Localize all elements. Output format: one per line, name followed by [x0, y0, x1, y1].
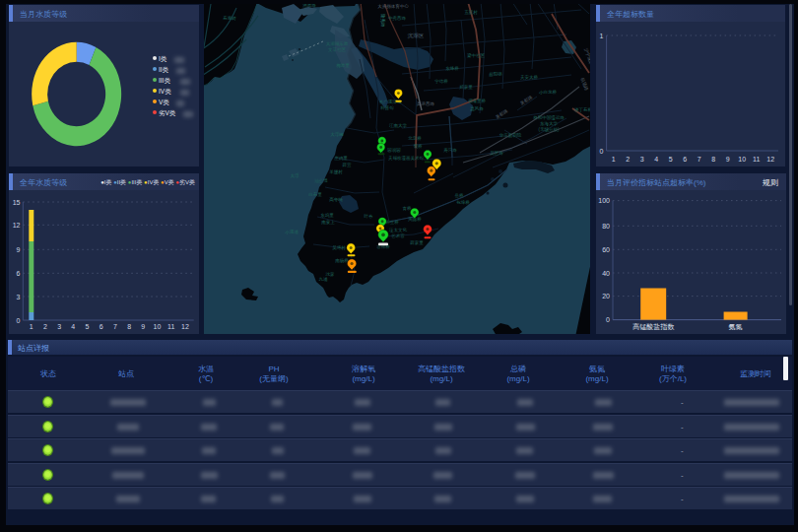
svg-text:100: 100	[598, 197, 610, 204]
svg-text:11: 11	[167, 323, 174, 330]
svg-text:6: 6	[17, 270, 21, 277]
svg-text:养生桥: 养生桥	[385, 220, 399, 225]
svg-text:文華社区: 文華社区	[328, 46, 347, 52]
svg-text:5: 5	[86, 323, 90, 330]
svg-text:12: 12	[13, 222, 21, 229]
svg-text:9: 9	[17, 246, 21, 253]
svg-text:艺术宫: 艺术宫	[391, 233, 405, 238]
svg-text:2: 2	[626, 156, 630, 163]
svg-text:梁中社区: 梁中社区	[467, 52, 486, 58]
svg-text:4: 4	[71, 323, 75, 330]
svg-text:五星村: 五星村	[464, 9, 478, 16]
svg-text:大浮: 大浮	[291, 172, 300, 178]
svg-text:东海大学: 东海大学	[540, 121, 559, 126]
svg-text:3: 3	[640, 156, 644, 163]
svg-text:0: 0	[600, 148, 604, 155]
svg-text:1: 1	[600, 33, 604, 39]
svg-text:薛家里: 薛家里	[410, 240, 424, 245]
svg-text:石度峙: 石度峙	[223, 15, 236, 21]
svg-text:9: 9	[141, 323, 145, 330]
svg-text:大浮崦: 大浮崦	[330, 131, 344, 137]
svg-text:3: 3	[57, 323, 61, 330]
svg-text:天安大桥: 天安大桥	[520, 75, 539, 80]
svg-text:叶春: 叶春	[365, 214, 374, 219]
svg-text:小白龙桥: 小白龙桥	[539, 90, 558, 95]
svg-text:3: 3	[17, 294, 21, 300]
svg-text:中秀西路: 中秀西路	[388, 15, 407, 22]
svg-text:高浪西路: 高浪西路	[417, 100, 435, 106]
svg-text:白石里: 白石里	[308, 191, 322, 197]
svg-text:大湖福乐港: 大湖福乐港	[326, 41, 349, 46]
svg-text:0: 0	[17, 317, 21, 324]
svg-text:60: 60	[602, 246, 610, 253]
svg-text:6: 6	[683, 156, 687, 163]
svg-text:科普馆: 科普馆	[380, 105, 394, 110]
svg-text:华庄新剧院: 华庄新剧院	[499, 132, 522, 138]
svg-text:东绛桥: 东绛桥	[445, 66, 459, 71]
svg-text:7: 7	[698, 156, 701, 163]
svg-text:4: 4	[654, 156, 658, 163]
svg-text:9: 9	[726, 156, 730, 163]
svg-text:祝埠桥: 祝埠桥	[456, 200, 470, 205]
svg-text:10: 10	[738, 156, 746, 163]
svg-text:6: 6	[100, 323, 103, 330]
svg-text:郑家里: 郑家里	[459, 85, 473, 90]
svg-text:南泉上: 南泉上	[321, 220, 335, 225]
svg-text:40: 40	[602, 270, 610, 277]
svg-text:园润园: 园润园	[387, 148, 401, 153]
svg-text:青桥: 青桥	[403, 206, 413, 211]
svg-text:横清里桥: 横清里桥	[468, 99, 487, 103]
svg-text:12: 12	[766, 156, 774, 163]
svg-text:高锰酸盐指数: 高锰酸盐指数	[632, 323, 675, 331]
svg-text:九浦: 九浦	[319, 277, 329, 282]
svg-text:惠风路: 惠风路	[469, 106, 484, 111]
svg-text:崖鸡里: 崖鸡里	[334, 156, 348, 161]
svg-text:80: 80	[602, 223, 610, 230]
svg-text:江南大学: 江南大学	[389, 123, 408, 128]
svg-text:渔港路: 渔港路	[302, 4, 316, 8]
svg-text:东坞里: 东坞里	[320, 213, 334, 218]
svg-text:楼丁石桥: 楼丁石桥	[573, 106, 590, 112]
svg-text:泛太文化: 泛太文化	[389, 227, 408, 233]
svg-text:南杨桥: 南杨桥	[335, 258, 349, 263]
svg-text:0: 0	[606, 316, 610, 323]
svg-text:10: 10	[154, 323, 162, 330]
svg-text:1: 1	[30, 323, 33, 330]
svg-text:7: 7	[113, 323, 117, 330]
svg-text:北定桥: 北定桥	[408, 136, 422, 141]
svg-text:15: 15	[13, 199, 21, 206]
svg-text:银桥: 银桥	[414, 143, 424, 149]
svg-text:(无锡分校): (无锡分校)	[539, 126, 560, 132]
svg-text:隆秀路: 隆秀路	[379, 14, 386, 28]
svg-text:天福枝漫画美术馆: 天福枝漫画美术馆	[388, 155, 425, 161]
svg-text:格和中国慢运路: 格和中国慢运路	[533, 114, 565, 121]
svg-text:8: 8	[127, 323, 131, 330]
svg-text:薛宜: 薛宜	[343, 163, 353, 167]
svg-text:滨湖区: 滨湖区	[408, 33, 425, 39]
svg-text:5: 5	[669, 156, 673, 163]
svg-text:1: 1	[612, 156, 616, 163]
svg-text:11: 11	[753, 156, 760, 163]
svg-text:宁信桥: 宁信桥	[434, 79, 448, 84]
svg-text:吴区路: 吴区路	[490, 150, 503, 156]
svg-text:汕公堤: 汕公堤	[314, 177, 328, 183]
svg-text:8: 8	[711, 156, 715, 163]
svg-text:氨氮: 氨氮	[729, 323, 743, 331]
svg-text:2: 2	[43, 323, 47, 330]
svg-text:岳桥: 岳桥	[455, 193, 465, 198]
svg-text:20: 20	[602, 293, 610, 299]
svg-text:小溪浦: 小溪浦	[285, 229, 299, 234]
svg-text:12: 12	[181, 323, 189, 330]
